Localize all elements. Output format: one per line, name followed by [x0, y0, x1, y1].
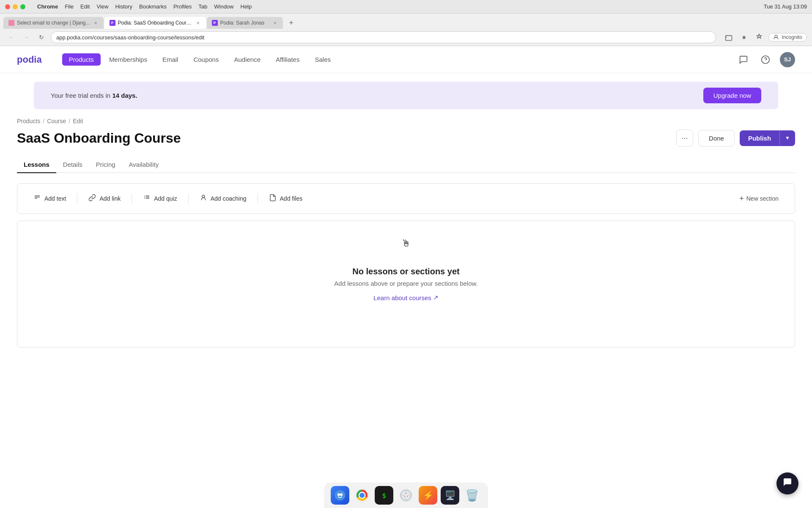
svg-rect-0	[726, 36, 732, 40]
new-section-plus-icon: +	[739, 194, 744, 203]
extensions-icon[interactable]	[753, 31, 765, 43]
browser-tab-3[interactable]: P Podia: Sarah Jonas ✕	[207, 17, 283, 29]
nav-sales[interactable]: Sales	[308, 53, 337, 66]
chat-nav-icon[interactable]	[736, 52, 751, 67]
course-header: SaaS Onboarding Course ··· Done Publish …	[17, 130, 795, 146]
tab-details[interactable]: Details	[56, 157, 89, 173]
tab1-close-button[interactable]: ✕	[93, 20, 99, 26]
course-tabs: Lessons Details Pricing Availability	[17, 157, 795, 173]
podia-logo[interactable]: podia	[17, 54, 42, 65]
mac-menu-edit[interactable]: Edit	[80, 3, 90, 10]
minimize-window-button[interactable]	[13, 4, 18, 9]
browser-tab-1[interactable]: Select email to change | Djang... ✕	[3, 17, 104, 29]
titlebar: Chrome File Edit View History Bookmarks …	[0, 0, 812, 14]
new-section-button[interactable]: + New section	[733, 191, 785, 207]
url-text: app.podia.com/courses/saas-onboarding-co…	[56, 34, 710, 41]
new-tab-button[interactable]: +	[285, 17, 297, 29]
browser-tab-2[interactable]: P Podia: SaaS Onboarding Cours... ✕	[104, 17, 206, 29]
new-section-label: New section	[746, 195, 779, 202]
chat-support-button[interactable]	[776, 472, 798, 494]
cursor-icon: 🖱	[401, 238, 411, 249]
done-button[interactable]: Done	[698, 130, 735, 146]
mac-menu-view[interactable]: View	[96, 3, 108, 10]
macos-dock: $ ⚡ 🖥️ 🗑️	[324, 482, 488, 508]
app-wrapper: podia Products Memberships Email Coupons…	[0, 46, 812, 348]
tab-lessons[interactable]: Lessons	[17, 157, 56, 173]
nav-coupons[interactable]: Coupons	[187, 53, 225, 66]
back-button[interactable]: ←	[5, 31, 17, 43]
dock-app5-icon[interactable]: 🖥️	[441, 486, 459, 505]
nav-audience[interactable]: Audience	[227, 53, 267, 66]
forward-button[interactable]: →	[20, 31, 32, 43]
mac-menu-bookmarks[interactable]: Bookmarks	[139, 3, 167, 10]
mac-menu-history[interactable]: History	[115, 3, 132, 10]
breadcrumb-sep-1: /	[43, 118, 44, 124]
mac-menu-chrome[interactable]: Chrome	[37, 3, 58, 10]
chat-bubble-icon	[782, 477, 793, 490]
breadcrumb-products[interactable]: Products	[17, 118, 40, 124]
browser-chrome: Select email to change | Djang... ✕ P Po…	[0, 14, 812, 46]
bookmark-icon[interactable]: ★	[738, 31, 750, 43]
empty-state-card: 🖱 No lessons or sections yet Add lessons…	[17, 221, 795, 348]
refresh-button[interactable]: ↻	[36, 31, 47, 43]
address-bar: ← → ↻ app.podia.com/courses/saas-onboard…	[0, 29, 812, 46]
nav-email[interactable]: Email	[156, 53, 185, 66]
mac-menu-help[interactable]: Help	[241, 3, 252, 10]
add-coaching-button[interactable]: Add coaching	[194, 190, 252, 207]
breadcrumb: Products / Course / Edit	[17, 118, 795, 124]
add-link-button[interactable]: Add link	[82, 190, 126, 207]
dock-safari-icon[interactable]	[397, 486, 415, 505]
add-text-label: Add text	[44, 195, 66, 202]
close-window-button[interactable]	[5, 4, 10, 9]
mac-menu-profiles[interactable]: Profiles	[173, 3, 192, 10]
tab3-close-button[interactable]: ✕	[272, 20, 278, 26]
svg-point-13	[335, 490, 346, 501]
tab2-close-button[interactable]: ✕	[195, 20, 201, 26]
user-avatar[interactable]: SJ	[780, 52, 795, 67]
publish-button[interactable]: Publish	[740, 130, 779, 146]
tab-availability[interactable]: Availability	[122, 157, 166, 173]
publish-dropdown-icon[interactable]: ▼	[779, 131, 795, 145]
add-quiz-button[interactable]: Add quiz	[137, 190, 183, 207]
toolbar-divider-2	[132, 193, 132, 204]
help-nav-icon[interactable]	[758, 52, 773, 67]
url-bar[interactable]: app.podia.com/courses/saas-onboarding-co…	[51, 31, 716, 43]
learn-about-courses-link[interactable]: Learn about courses ↗	[373, 294, 439, 301]
nav-right: SJ	[736, 52, 795, 67]
breadcrumb-current: Edit	[73, 118, 83, 124]
add-text-button[interactable]: Add text	[27, 190, 72, 207]
dock-terminal-icon[interactable]: $	[375, 486, 393, 505]
trial-banner: Your free trial ends in 14 days. Upgrade…	[34, 82, 778, 109]
upgrade-now-button[interactable]: Upgrade now	[703, 88, 761, 103]
cast-icon[interactable]	[723, 31, 735, 43]
nav-affiliates[interactable]: Affiliates	[269, 53, 306, 66]
text-icon	[33, 194, 41, 203]
breadcrumb-course[interactable]: Course	[47, 118, 66, 124]
nav-memberships[interactable]: Memberships	[102, 53, 154, 66]
page-content: Your free trial ends in 14 days. Upgrade…	[0, 82, 812, 348]
add-files-button[interactable]: Add files	[263, 190, 309, 207]
publish-button-group[interactable]: Publish ▼	[740, 130, 795, 146]
maximize-window-button[interactable]	[20, 4, 25, 9]
add-coaching-label: Add coaching	[211, 195, 247, 202]
dock-chrome-icon[interactable]	[353, 486, 371, 505]
mac-menu-tab[interactable]: Tab	[198, 3, 207, 10]
dock-flashlight-icon[interactable]: ⚡	[419, 486, 437, 505]
empty-state-title: No lessons or sections yet	[352, 267, 459, 276]
incognito-badge[interactable]: Incognito	[768, 33, 807, 41]
dock-finder-icon[interactable]	[331, 486, 349, 505]
empty-state-subtitle: Add lessons above or prepare your sectio…	[334, 280, 477, 287]
add-files-label: Add files	[280, 195, 303, 202]
coaching-icon	[200, 194, 207, 203]
more-options-button[interactable]: ···	[676, 130, 693, 146]
incognito-label: Incognito	[782, 34, 802, 40]
mac-menu-window[interactable]: Window	[214, 3, 233, 10]
nav-products[interactable]: Products	[62, 53, 101, 66]
trial-days: 14 days.	[112, 92, 137, 99]
tab2-title: Podia: SaaS Onboarding Cours...	[118, 20, 192, 26]
files-icon	[269, 194, 277, 203]
tab-pricing[interactable]: Pricing	[89, 157, 122, 173]
learn-link-text: Learn about courses	[373, 294, 431, 301]
dock-trash-icon[interactable]: 🗑️	[463, 486, 481, 505]
mac-menu-file[interactable]: File	[65, 3, 74, 10]
